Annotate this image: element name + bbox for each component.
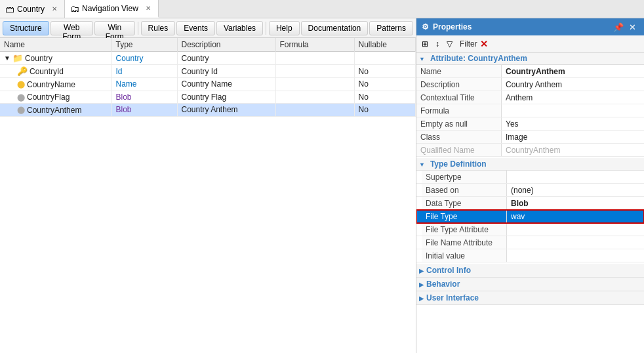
cell-name: ⬤ CountryName — [0, 78, 111, 91]
row-name: CountryAnthem — [27, 106, 81, 115]
left-panel: Structure Web Form Win Form Rules Events… — [0, 18, 416, 353]
props-row-name[interactable]: Name CountryAnthem — [416, 65, 644, 78]
value-data-type: Blob — [507, 197, 644, 209]
properties-panel: ⚙ Properties 📌 ✕ ⊞ ↕ ▽ Filter ✕ Attribut… — [416, 18, 644, 353]
cell-formula — [275, 78, 354, 91]
cell-formula — [275, 65, 354, 78]
sort-button[interactable]: ↕ — [433, 38, 442, 50]
cell-formula — [275, 52, 354, 65]
tab-country[interactable]: 🗃 Country ✕ — [0, 0, 65, 18]
row-name: CountryId — [30, 67, 64, 76]
table-container: Name Type Description Formula Nullable ▼ — [0, 38, 416, 353]
cell-type: Name — [111, 78, 177, 91]
filter-clear-button[interactable]: ✕ — [480, 39, 488, 49]
behavior-section-header[interactable]: Behavior — [416, 278, 644, 291]
table-row[interactable]: ⬤ CountryName Name Country Name No — [0, 78, 416, 91]
props-row-class[interactable]: Class Image — [416, 131, 644, 144]
folder-icon: 📁 — [12, 53, 23, 63]
attribute-section-header[interactable]: Attribute: CountryAnthem — [416, 52, 644, 65]
nav-tab-close[interactable]: ✕ — [144, 4, 153, 12]
props-row-file-type-attr[interactable]: File Type Attribute — [416, 223, 644, 236]
key-icon: 🔑 — [17, 66, 28, 76]
props-row-description[interactable]: Description Country Anthem — [416, 78, 644, 91]
pin-button[interactable]: 📌 — [611, 22, 626, 32]
value-based-on: (none) — [507, 184, 644, 196]
label-file-type: File Type — [422, 210, 507, 222]
cell-name: 🔑 CountryId — [0, 65, 111, 78]
cell-name: ⬤ CountryFlag — [0, 91, 111, 104]
props-row-supertype[interactable]: Supertype — [416, 171, 644, 184]
control-info-label: Control Info — [426, 266, 471, 275]
row-name: CountryName — [27, 80, 75, 89]
btn-win-form[interactable]: Win Form — [94, 21, 135, 35]
btn-patterns[interactable]: Patterns — [369, 21, 413, 35]
label-based-on: Based on — [422, 184, 507, 196]
cell-formula — [275, 104, 354, 117]
value-supertype — [507, 171, 644, 183]
btn-documentation[interactable]: Documentation — [301, 21, 369, 35]
type-def-section-label: Type Definition — [430, 159, 487, 169]
user-interface-chevron — [419, 293, 426, 302]
properties-content: Attribute: CountryAnthem Name CountryAnt… — [416, 52, 644, 353]
props-row-contextual-title[interactable]: Contextual Title Anthem — [416, 91, 644, 104]
table-row[interactable]: ⬤ CountryAnthem Blob Country Anthem No — [0, 104, 416, 117]
props-row-file-name-attr[interactable]: File Name Attribute — [416, 236, 644, 249]
btn-rules[interactable]: Rules — [141, 21, 176, 35]
label-contextual-title: Contextual Title — [416, 91, 502, 104]
table-row[interactable]: 🔑 CountryId Id Country Id No — [0, 65, 416, 78]
btn-web-form[interactable]: Web Form — [50, 21, 93, 35]
value-qualified-name: CountryAnthem — [502, 144, 644, 156]
btn-events[interactable]: Events — [176, 21, 215, 35]
row-name: CountryFlag — [27, 93, 70, 102]
properties-header: ⚙ Properties 📌 ✕ — [416, 18, 644, 35]
category-view-button[interactable]: ⊞ — [419, 38, 431, 50]
label-formula: Formula — [416, 104, 502, 117]
tab-navigation-view[interactable]: 🗂 Navigation View ✕ — [65, 0, 159, 18]
cell-name: ▼ 📁 Country — [0, 52, 111, 65]
country-tab-label: Country — [17, 5, 45, 14]
country-tab-close[interactable]: ✕ — [50, 5, 59, 13]
cell-nullable: No — [354, 78, 416, 91]
value-initial-value — [507, 249, 644, 262]
btn-help[interactable]: Help — [269, 21, 300, 35]
props-row-file-type[interactable]: File Type wav — [416, 210, 644, 223]
attribute-section-label: Attribute: CountryAnthem — [430, 54, 527, 63]
value-class: Image — [502, 131, 644, 143]
sep2 — [266, 22, 266, 35]
cell-description: Country Id — [177, 65, 275, 78]
btn-variables[interactable]: Variables — [216, 21, 263, 35]
expand-icon[interactable]: ▼ — [4, 54, 10, 62]
btn-structure[interactable]: Structure — [3, 21, 49, 35]
gear-icon: ⚙ — [422, 22, 429, 31]
props-row-based-on[interactable]: Based on (none) — [416, 184, 644, 197]
close-button[interactable]: ✕ — [626, 22, 639, 32]
props-row-empty-as-null[interactable]: Empty as null Yes — [416, 117, 644, 131]
props-row-formula[interactable]: Formula — [416, 104, 644, 117]
col-description: Description — [177, 38, 275, 52]
label-empty-as-null: Empty as null — [416, 117, 502, 130]
col-type: Type — [111, 38, 177, 52]
user-interface-label: User Interface — [426, 293, 479, 302]
type-def-section-header[interactable]: Type Definition — [416, 158, 644, 171]
table-row[interactable]: ⬤ CountryFlag Blob Country Flag No — [0, 91, 416, 104]
label-description: Description — [416, 78, 502, 91]
filter-icon-button[interactable]: ▽ — [444, 38, 455, 50]
type-def-chevron — [419, 161, 428, 168]
props-row-qualified-name[interactable]: Qualified Name CountryAnthem — [416, 144, 644, 157]
attribute-chevron — [419, 55, 428, 62]
cell-description: Country Anthem — [177, 104, 275, 117]
control-info-section-header[interactable]: Control Info — [416, 264, 644, 278]
circle-icon: ⬤ — [17, 93, 25, 102]
label-supertype: Supertype — [422, 171, 507, 183]
props-row-initial-value[interactable]: Initial value — [416, 249, 644, 262]
behavior-chevron — [419, 280, 426, 289]
value-formula — [502, 104, 644, 117]
user-interface-section-header[interactable]: User Interface — [416, 291, 644, 305]
label-data-type: Data Type — [422, 197, 507, 209]
label-initial-value: Initial value — [422, 249, 507, 262]
table-row[interactable]: ▼ 📁 Country Country Country — [0, 52, 416, 65]
cell-nullable: No — [354, 104, 416, 117]
cell-description: Country Name — [177, 78, 275, 91]
props-row-data-type[interactable]: Data Type Blob — [416, 197, 644, 210]
cell-nullable: No — [354, 65, 416, 78]
